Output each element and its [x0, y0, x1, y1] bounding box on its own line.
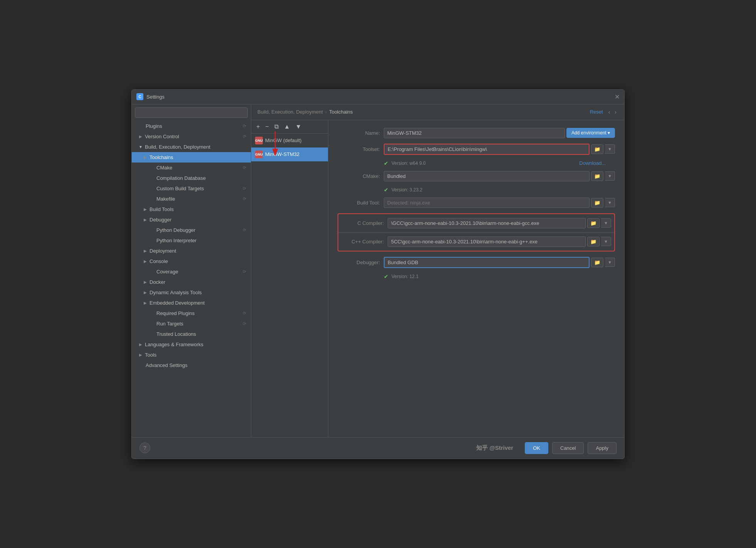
move-up-button[interactable]: ▲	[282, 122, 292, 131]
cmake-version-check: ✔	[384, 187, 388, 193]
build-tool-dropdown-button[interactable]: ▼	[605, 198, 615, 207]
name-label: Name:	[338, 130, 380, 136]
apply-button[interactable]: Apply	[588, 442, 617, 454]
sidebar-item-debugger[interactable]: ▶ Debugger	[132, 215, 251, 225]
cmake-input[interactable]	[384, 171, 590, 181]
c-compiler-browse-button[interactable]: 📁	[587, 218, 600, 228]
watermark-text: 知乎 @Striver	[476, 444, 513, 452]
sidebar-item-deployment[interactable]: ▶ Deployment	[132, 246, 251, 256]
cancel-button[interactable]: Cancel	[552, 442, 584, 454]
toolchain-toolbar: + − ⧉ ▲ ▼	[251, 120, 328, 134]
empty-icon	[138, 362, 143, 368]
c-compiler-label: C Compiler:	[341, 220, 384, 226]
cpp-compiler-dropdown-button[interactable]: ▼	[601, 237, 611, 246]
sidebar-item-plugins[interactable]: Plugins ⟳	[132, 121, 251, 131]
toolset-label: Toolset:	[338, 146, 380, 152]
toolset-input[interactable]	[384, 144, 590, 155]
chevron-right-icon: ▶	[138, 352, 143, 357]
sync-icon: ⟳	[243, 124, 246, 129]
move-down-button[interactable]: ▼	[294, 122, 304, 131]
ok-button[interactable]: OK	[525, 442, 548, 454]
sidebar-item-label: CMake	[156, 165, 172, 171]
reset-button[interactable]: Reset	[588, 108, 605, 116]
sidebar-item-custom-build-targets[interactable]: Custom Build Targets ⟳	[132, 183, 251, 194]
toolchain-entry-mingw-default[interactable]: GNU MinGW (default)	[251, 134, 328, 147]
right-panel: Build, Execution, Deployment › Toolchain…	[251, 104, 624, 437]
chevron-right-icon: ▶	[138, 342, 143, 347]
sidebar-item-languages-frameworks[interactable]: ▶ Languages & Frameworks	[132, 339, 251, 350]
chevron-right-icon: ▶	[143, 154, 148, 160]
sidebar-item-console[interactable]: ▶ Console	[132, 256, 251, 266]
empty-icon	[149, 175, 154, 181]
settings-dialog: C Settings ✕ Plugins ⟳ ▶ Version Control…	[131, 89, 625, 459]
sidebar-item-cmake[interactable]: CMake ⟳	[132, 163, 251, 173]
c-compiler-row: C Compiler: 📁 ▼	[338, 214, 614, 232]
sidebar-item-coverage[interactable]: Coverage ⟳	[132, 266, 251, 277]
title-bar: C Settings ✕	[132, 90, 624, 104]
debugger-browse-button[interactable]: 📁	[591, 258, 603, 267]
toolset-dropdown-button[interactable]: ▼	[605, 144, 615, 154]
sidebar-item-tools[interactable]: ▶ Tools	[132, 350, 251, 360]
add-toolchain-button[interactable]: +	[254, 122, 262, 131]
sidebar-item-trusted-locations[interactable]: Trusted Locations	[132, 329, 251, 339]
sidebar-item-compilation-db[interactable]: Compilation Database	[132, 173, 251, 183]
add-environment-button[interactable]: Add environment ▾	[566, 128, 615, 138]
sidebar-item-docker[interactable]: ▶ Docker	[132, 277, 251, 287]
cmake-label: CMake:	[338, 173, 380, 179]
search-input[interactable]	[135, 107, 248, 118]
sidebar-item-python-debugger[interactable]: Python Debugger ⟳	[132, 225, 251, 235]
sidebar-item-embedded-dev[interactable]: ▶ Embedded Development	[132, 298, 251, 308]
cmake-dropdown-button[interactable]: ▼	[605, 171, 615, 181]
chevron-right-icon: ▶	[143, 248, 148, 253]
sidebar-item-version-control[interactable]: ▶ Version Control ⟳	[132, 131, 251, 142]
remove-toolchain-button[interactable]: −	[263, 122, 270, 131]
cpp-compiler-browse-button[interactable]: 📁	[587, 237, 600, 246]
cmake-control: 📁 ▼	[384, 171, 615, 181]
sidebar-item-build-exec-deploy[interactable]: ▼ Build, Execution, Deployment	[132, 142, 251, 152]
chevron-right-icon: ▶	[143, 300, 148, 305]
cmake-browse-button[interactable]: 📁	[591, 171, 603, 181]
sidebar-item-python-interpreter[interactable]: Python Interpreter	[132, 235, 251, 246]
empty-icon	[149, 196, 154, 201]
sidebar-item-build-tools[interactable]: ▶ Build Tools	[132, 204, 251, 215]
back-button[interactable]: ‹	[607, 108, 612, 116]
build-tool-input[interactable]	[384, 198, 590, 208]
debugger-input[interactable]	[384, 257, 590, 268]
debugger-version-text: Version: 12.1	[391, 274, 418, 279]
forward-button[interactable]: ›	[613, 108, 618, 116]
toolset-control: 📁 ▼	[384, 144, 615, 155]
debugger-version-row: ✔ Version: 12.1	[338, 273, 615, 280]
sidebar-item-run-targets[interactable]: Run Targets ⟳	[132, 318, 251, 329]
copy-toolchain-button[interactable]: ⧉	[272, 122, 281, 131]
debugger-version-check: ✔	[384, 273, 388, 280]
name-input[interactable]	[384, 128, 565, 138]
build-tool-browse-button[interactable]: 📁	[591, 198, 603, 208]
toolchain-entry-mingw-stm32[interactable]: GNU MinGW-STM32	[251, 147, 328, 161]
debugger-dropdown-button[interactable]: ▼	[605, 258, 615, 267]
cmake-version-row: ✔ Version: 3.23.2	[338, 187, 615, 193]
close-button[interactable]: ✕	[615, 93, 620, 101]
breadcrumb-parent: Build, Execution, Deployment	[257, 109, 323, 115]
breadcrumb-separator: ›	[325, 109, 327, 115]
compiler-group: C Compiler: 📁 ▼ C++ Compiler:	[338, 213, 615, 251]
sidebar-item-makefile[interactable]: Makefile ⟳	[132, 194, 251, 204]
c-compiler-dropdown-button[interactable]: ▼	[601, 218, 611, 228]
sidebar-list: Plugins ⟳ ▶ Version Control ⟳ ▼ Build, E…	[132, 121, 251, 437]
sidebar-item-advanced-settings[interactable]: Advanced Settings	[132, 360, 251, 370]
sidebar-item-label: Makefile	[156, 196, 175, 202]
download-link[interactable]: Download...	[579, 160, 606, 166]
c-compiler-input[interactable]	[388, 218, 586, 228]
help-button[interactable]: ?	[139, 442, 150, 453]
sidebar-item-toolchains[interactable]: ▶ Toolchains	[132, 152, 251, 163]
toolset-browse-button[interactable]: 📁	[591, 144, 603, 154]
sidebar-item-required-plugins[interactable]: Required Plugins ⟳	[132, 308, 251, 318]
chevron-right-icon: ▶	[143, 290, 148, 295]
sidebar-item-label: Deployment	[150, 248, 176, 254]
dialog-title: Settings	[146, 94, 165, 100]
toolset-version-row: ✔ Version: w64 9.0 Download...	[338, 160, 615, 166]
cpp-compiler-label: C++ Compiler:	[341, 239, 384, 245]
debugger-control: 📁 ▼	[384, 257, 615, 268]
sidebar-item-label: Dynamic Analysis Tools	[150, 290, 202, 295]
sidebar-item-dynamic-analysis[interactable]: ▶ Dynamic Analysis Tools	[132, 287, 251, 298]
cpp-compiler-input[interactable]	[388, 236, 586, 247]
